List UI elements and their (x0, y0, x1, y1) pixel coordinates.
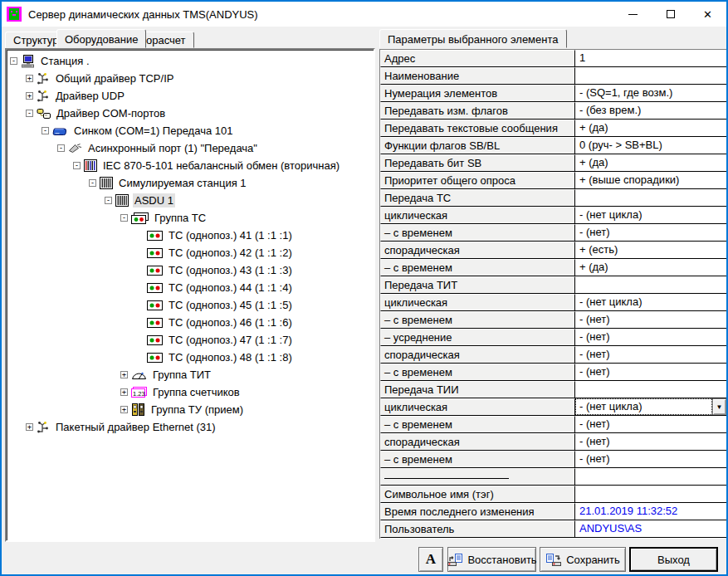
param-value[interactable]: - (SQ=1, где возм.) (575, 85, 726, 102)
expand-icon[interactable]: + (120, 406, 128, 413)
collapse-icon[interactable]: - (10, 57, 17, 65)
tree-item-label: Группа ТС (153, 211, 208, 225)
param-label: Символьное имя (тэг) (380, 486, 575, 503)
tree-item-label: Группа счетчиков (151, 385, 242, 399)
param-value[interactable]: - (нет цикла)▼ (575, 398, 726, 416)
expand-icon[interactable]: + (26, 75, 33, 82)
param-row: Передача ТИИ (380, 381, 726, 398)
param-value[interactable]: ANDYUS\AS (575, 520, 726, 538)
tc-point-icon (147, 335, 163, 345)
collapse-icon[interactable]: - (26, 110, 33, 117)
param-value[interactable] (575, 276, 726, 294)
param-value[interactable]: - (нет) (575, 311, 726, 329)
restore-button[interactable]: Восстановить (447, 547, 536, 572)
param-label: Наименование (380, 67, 575, 85)
tree-item[interactable]: ТС (однопоз.) 41 (1 :1 :1) (7, 227, 374, 244)
param-value[interactable]: 21.01.2019 11:32:52 (575, 503, 726, 520)
collapse-icon[interactable]: - (89, 179, 96, 187)
net-driver-icon (37, 72, 50, 85)
param-value[interactable] (575, 486, 726, 503)
param-value[interactable]: - (нет) (575, 346, 726, 364)
tc-point-icon (147, 353, 163, 363)
tree-item[interactable]: -Группа ТС (7, 209, 374, 227)
param-value[interactable] (575, 189, 726, 207)
param-value[interactable]: + (да) (575, 154, 726, 172)
tree-item[interactable]: ТС (однопоз.) 46 (1 :1 :6) (7, 314, 374, 331)
tree-item[interactable]: +1.23Группа счетчиков (7, 383, 374, 401)
param-label: циклическая (380, 398, 575, 416)
tab-equipment[interactable]: Оборудование (56, 29, 146, 48)
collapse-icon[interactable]: - (120, 214, 128, 222)
restore-icon (447, 553, 463, 567)
expand-icon[interactable]: + (26, 423, 33, 431)
chevron-down-icon[interactable]: ▼ (712, 398, 726, 415)
combobox-value[interactable]: - (нет цикла) (575, 398, 712, 415)
param-value[interactable]: 0 (руч- > SB+BL) (575, 137, 726, 154)
tab-parameters[interactable]: Параметры выбранного элемента (379, 29, 567, 48)
expand-icon[interactable]: + (26, 92, 33, 100)
param-row: спорадическая+ (есть) (380, 242, 726, 259)
tree-item[interactable]: ТС (однопоз.) 48 (1 :1 :8) (7, 349, 374, 366)
param-value[interactable]: - (нет) (575, 433, 726, 451)
param-value[interactable]: + (выше спорадики) (575, 172, 726, 189)
param-value[interactable]: - (нет цикла) (575, 294, 726, 311)
exit-button[interactable]: Выход (629, 547, 718, 572)
station-bars-icon (100, 177, 113, 189)
tree-item[interactable]: +Драйвер UDP (7, 87, 374, 105)
param-value[interactable] (575, 381, 726, 398)
tc-point-icon (147, 283, 163, 293)
tree-item[interactable]: -Станция . (7, 52, 374, 70)
param-value[interactable]: - (нет) (575, 224, 726, 242)
maximize-icon (667, 10, 675, 18)
param-value[interactable]: 1 (575, 50, 726, 67)
tree-item[interactable]: +Общий драйвер TCP/IP (7, 70, 374, 87)
tree-item[interactable]: ТС (однопоз.) 42 (1 :1 :2) (7, 244, 374, 261)
param-label: Нумерация элементов (380, 85, 575, 102)
expand-icon[interactable]: + (120, 388, 128, 396)
font-button[interactable]: A (418, 547, 443, 572)
computer-icon (21, 55, 35, 68)
param-value[interactable] (575, 67, 726, 85)
tree-item[interactable]: -Асинхронный порт (1) "Передача" (7, 139, 374, 157)
collapse-icon[interactable]: - (73, 162, 81, 169)
tree-item[interactable]: -Симулируемая станция 1 (7, 174, 374, 192)
expand-icon[interactable]: + (120, 371, 128, 378)
collapse-icon[interactable]: - (42, 127, 49, 134)
tree-item[interactable]: +Группа ТИТ (7, 366, 374, 383)
save-button[interactable]: Сохранить (540, 547, 626, 572)
param-value[interactable]: - (нет) (575, 364, 726, 381)
param-value[interactable]: - (нет) (575, 451, 726, 468)
param-row: спорадическая- (нет) (380, 433, 726, 451)
param-value[interactable]: - (нет цикла) (575, 207, 726, 224)
param-value[interactable]: + (да) (575, 120, 726, 137)
collapse-icon[interactable]: - (105, 197, 112, 204)
tree-item[interactable]: +Группа ТУ (прием) (7, 401, 374, 418)
tree-item[interactable]: -IEC 870-5-101 небалансный обмен (вторич… (7, 157, 374, 174)
tree-item-label: ТС (однопоз.) 46 (1 :1 :6) (167, 315, 294, 329)
tree-item[interactable]: -Синком (COM=1) Передача 101 (7, 122, 374, 139)
param-value[interactable]: - (без врем.) (575, 102, 726, 120)
tree-item[interactable]: ТС (однопоз.) 43 (1 :1 :3) (7, 261, 374, 279)
tree-item-label: ТС (однопоз.) 43 (1 :1 :3) (167, 263, 294, 277)
param-value[interactable]: - (нет) (575, 329, 726, 346)
param-value[interactable]: + (да) (575, 259, 726, 276)
maximize-button[interactable] (652, 2, 689, 27)
tree-item[interactable]: ТС (однопоз.) 45 (1 :1 :5) (7, 296, 374, 314)
param-value[interactable] (575, 468, 726, 486)
collapse-icon[interactable]: - (57, 144, 65, 152)
param-value[interactable]: - (нет) (575, 416, 726, 433)
param-value-combobox[interactable]: - (нет цикла)▼ (575, 398, 726, 415)
close-button[interactable]: ✕ (689, 2, 726, 27)
tree-item[interactable]: +Пакетный драйвер Ethernet (31) (7, 418, 374, 436)
minimize-button[interactable] (614, 2, 652, 27)
param-row: Передавать текстовые сообщения+ (да) (380, 120, 726, 137)
footer-bar: A Восстановить (2, 542, 726, 574)
param-row: циклическая- (нет цикла) (380, 207, 726, 224)
param-value[interactable]: + (есть) (575, 242, 726, 259)
tree-item[interactable]: ТС (однопоз.) 44 (1 :1 :4) (7, 279, 374, 296)
param-row: ПользовательANDYUS\AS (380, 520, 726, 538)
save-icon (545, 553, 562, 567)
tree-item[interactable]: -ASDU 1 (7, 192, 374, 209)
tree-item[interactable]: -Драйвер COM-портов (7, 105, 374, 122)
tree-item[interactable]: ТС (однопоз.) 47 (1 :1 :7) (7, 331, 374, 349)
